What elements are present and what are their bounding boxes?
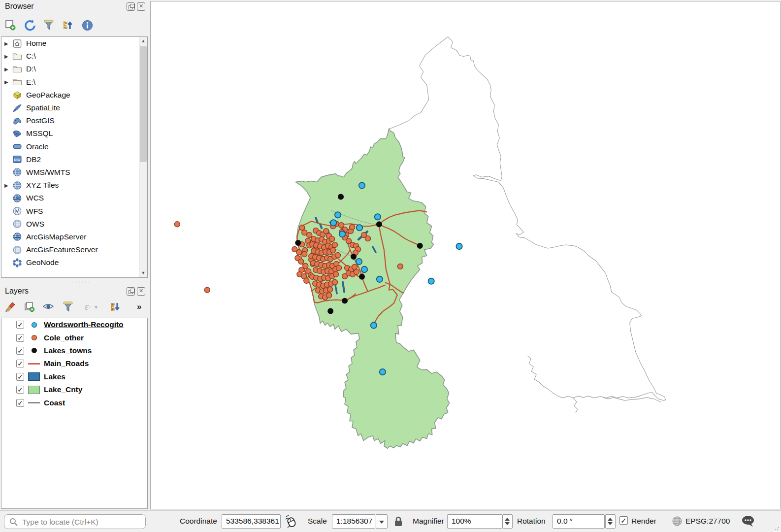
layer-row-lake-cnty[interactable]: ✓ Lake_Cnty: [1, 383, 147, 396]
rotation-field[interactable]: 0.0 °: [553, 514, 605, 529]
mouse-extent-icon[interactable]: [285, 515, 298, 529]
magnifier-field[interactable]: 100%: [447, 514, 502, 529]
browser-tree-list: ▶ Home ▶ C:\ ▶ D:\: [1, 37, 147, 269]
tree-item-e[interactable]: ▶ E:\: [1, 76, 147, 89]
tree-item-wfs[interactable]: WFS: [1, 204, 147, 217]
rotation-spinner[interactable]: [605, 514, 616, 529]
spin-down-icon[interactable]: [608, 522, 613, 525]
refresh-icon[interactable]: [23, 19, 36, 32]
splitter-handle-icon: ·······: [69, 278, 91, 285]
crs-status: EPSG:27700: [685, 517, 730, 526]
scale-field[interactable]: 1:1856307: [332, 514, 375, 529]
tree-item-spatialite[interactable]: SpatiaLite: [1, 101, 147, 114]
coordinate-field[interactable]: 533586,338361: [222, 514, 281, 529]
layer-label[interactable]: Main_Roads: [44, 359, 89, 368]
layer-row-coast[interactable]: ✓ Coast: [1, 396, 147, 409]
message-balloon-icon[interactable]: [741, 515, 756, 528]
add-group-icon[interactable]: [23, 300, 36, 313]
layer-checkbox[interactable]: ✓: [16, 347, 24, 355]
expression-filter-icon[interactable]: ε▫ ▼: [81, 300, 102, 313]
tree-item-label: E:\: [26, 78, 35, 87]
chevron-right-icon[interactable]: ▶: [4, 79, 12, 85]
layers-toolbar: ε▫ ▼ »: [4, 299, 141, 314]
map-view[interactable]: [151, 1, 780, 509]
spin-up-icon[interactable]: [505, 518, 510, 521]
style-brush-icon[interactable]: [4, 300, 17, 313]
layer-row-cole-other[interactable]: ✓ Cole_other: [1, 331, 147, 344]
layer-checkbox[interactable]: ✓: [16, 360, 24, 367]
tree-item-icon: [12, 116, 22, 126]
scroll-up-icon[interactable]: ▲: [139, 37, 147, 45]
tree-item-mssql[interactable]: MSSQL: [1, 127, 147, 140]
tree-item-geonode[interactable]: GeoNode: [1, 256, 147, 269]
add-layer-icon[interactable]: [4, 19, 17, 32]
chevron-right-icon[interactable]: ▶: [4, 54, 12, 59]
map-canvas[interactable]: [150, 1, 781, 509]
panel-splitter[interactable]: ·······: [0, 279, 149, 285]
tree-item-postgis[interactable]: PostGIS: [1, 114, 147, 127]
map-themes-eye-icon[interactable]: [42, 300, 55, 313]
tree-item-home[interactable]: ▶ Home: [1, 37, 147, 50]
locate-search-input[interactable]: Type to locate (Ctrl+K): [4, 514, 146, 529]
tree-item-arcgismapserver[interactable]: ArcGisMapServer: [1, 231, 147, 243]
layer-label[interactable]: Lakes: [44, 372, 65, 381]
layer-label[interactable]: Lakes_towns: [44, 346, 92, 355]
tree-item-ows[interactable]: OWS: [1, 218, 147, 231]
chevron-right-icon[interactable]: ▶: [4, 66, 12, 72]
globe-crs-icon[interactable]: [672, 516, 683, 527]
layer-row-lakes[interactable]: ✓ Lakes: [1, 370, 147, 383]
float-icon[interactable]: [127, 287, 135, 296]
layer-label[interactable]: Cole_other: [44, 333, 84, 342]
scale-dropdown[interactable]: [376, 514, 388, 529]
float-icon[interactable]: [127, 2, 135, 11]
layer-checkbox[interactable]: ✓: [16, 321, 24, 329]
tree-item-icon: [12, 181, 22, 190]
spin-up-icon[interactable]: [608, 518, 613, 521]
scrollbar-thumb[interactable]: [140, 46, 147, 162]
tree-item-geopackage[interactable]: GeoPackage: [1, 89, 147, 101]
close-icon[interactable]: ✕: [137, 287, 145, 296]
render-label: Render: [631, 517, 656, 526]
tree-item-d[interactable]: ▶ D:\: [1, 63, 147, 75]
filter-legend-icon[interactable]: [62, 300, 74, 313]
layer-checkbox[interactable]: ✓: [16, 334, 24, 342]
layer-checkbox[interactable]: ✓: [16, 399, 24, 407]
collapse-all-icon[interactable]: [62, 19, 74, 32]
layer-label[interactable]: Coast: [44, 399, 65, 407]
layer-label[interactable]: Lake_Cnty: [44, 385, 82, 394]
tree-item-icon: [12, 219, 22, 229]
layer-row-lakes-towns[interactable]: ✓ Lakes_towns: [1, 344, 147, 357]
browser-scrollbar[interactable]: ▲ ▼: [139, 37, 147, 277]
layers-titlebar[interactable]: Layers ✕: [0, 285, 149, 298]
chevron-right-icon[interactable]: ▶: [4, 183, 12, 188]
chevron-right-icon[interactable]: ▶: [4, 41, 12, 46]
filter-icon[interactable]: [42, 19, 55, 32]
tree-item-arcgisfeatureserver[interactable]: ArcGisFeatureServer: [1, 243, 147, 256]
layer-row-wordsworth-recogito[interactable]: ✓ Wordsworth-Recogito: [1, 318, 147, 331]
tree-item-icon: DB2: [12, 155, 22, 164]
layer-row-main-roads[interactable]: ✓ Main_Roads: [1, 357, 147, 370]
spin-down-icon[interactable]: [505, 522, 510, 525]
more-chevron-icon[interactable]: »: [137, 302, 141, 312]
lock-icon[interactable]: [393, 516, 403, 528]
tree-item-xyz-tiles[interactable]: ▶ XYZ Tiles: [1, 179, 147, 192]
tree-item-c[interactable]: ▶ C:\: [1, 50, 147, 63]
tree-item-wms-wmts[interactable]: WMS/WMTS: [1, 166, 147, 179]
tree-item-oracle[interactable]: Oracle: [1, 140, 147, 153]
tree-item-db2[interactable]: DB2 DB2: [1, 153, 147, 166]
layer-checkbox[interactable]: ✓: [16, 386, 24, 394]
tree-item-label: ArcGisFeatureServer: [26, 245, 98, 254]
tree-item-label: D:\: [26, 65, 36, 73]
close-icon[interactable]: ✕: [137, 2, 145, 11]
tree-item-wcs[interactable]: WCS: [1, 192, 147, 204]
render-checkbox[interactable]: ✓: [619, 516, 628, 525]
layer-checkbox[interactable]: ✓: [16, 373, 24, 381]
magnifier-spinner[interactable]: [502, 514, 513, 529]
expand-collapse-icon[interactable]: [109, 300, 122, 313]
tree-item-label: WFS: [26, 207, 43, 216]
resize-grip[interactable]: [775, 526, 780, 531]
properties-info-icon[interactable]: [81, 19, 94, 32]
layer-label[interactable]: Wordsworth-Recogito: [44, 320, 124, 329]
scroll-down-icon[interactable]: ▼: [139, 269, 147, 277]
browser-titlebar[interactable]: Browser ✕: [0, 0, 149, 13]
